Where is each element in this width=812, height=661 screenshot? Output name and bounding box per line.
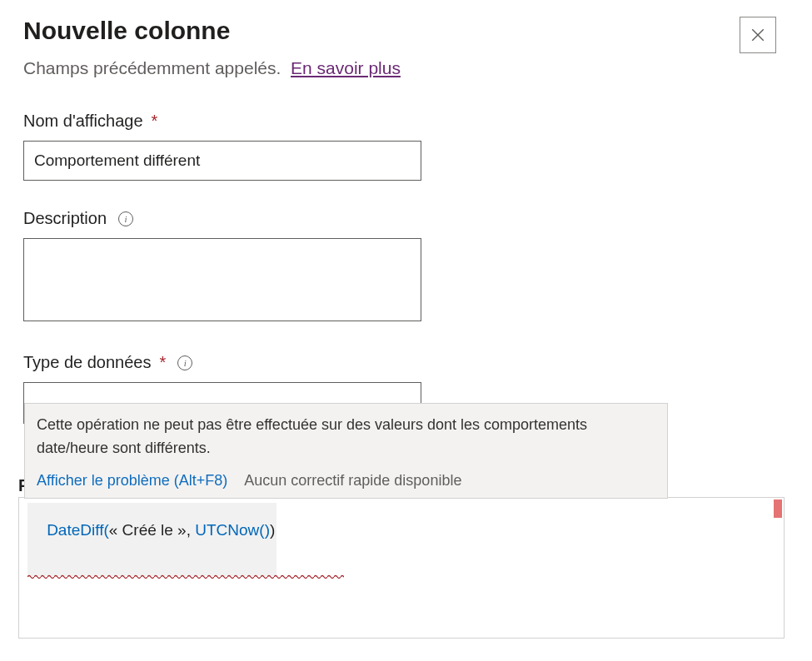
display-name-label-text: Nom d'affichage xyxy=(23,112,143,131)
formula-sep: , xyxy=(187,521,196,539)
formula-editor[interactable]: DateDiff(« Créé le », UTCNow()) xyxy=(18,497,785,639)
show-problem-link[interactable]: Afficher le problème (Alt+F8) xyxy=(37,472,227,490)
formula-arg1: « Créé le » xyxy=(109,521,187,539)
panel-subtitle: Champs précédemment appelés. En savoir p… xyxy=(23,58,776,78)
data-type-label-text: Type de données xyxy=(23,353,151,372)
close-button[interactable] xyxy=(740,17,776,53)
error-squiggle xyxy=(27,574,344,579)
formula-content: DateDiff(« Créé le », UTCNow()) xyxy=(27,503,276,576)
info-icon[interactable]: i xyxy=(118,211,133,226)
required-asterisk: * xyxy=(152,112,158,131)
required-asterisk: * xyxy=(159,353,166,372)
description-label-text: Description xyxy=(23,209,107,228)
error-message: Cette opération ne peut pas être effectu… xyxy=(37,414,655,460)
display-name-input[interactable] xyxy=(23,141,421,181)
subtitle-text: Champs précédemment appelés. xyxy=(23,58,281,77)
close-icon xyxy=(750,27,765,42)
minimap-error-marker[interactable] xyxy=(774,499,782,518)
no-quickfix-hint: Aucun correctif rapide disponible xyxy=(244,472,461,490)
formula-fn2: UTCNow() xyxy=(195,521,270,539)
formula-close: ) xyxy=(270,521,275,539)
panel-title: Nouvelle colonne xyxy=(23,17,230,45)
info-icon[interactable]: i xyxy=(177,355,192,370)
description-label: Description i xyxy=(23,209,776,228)
formula-fn: DateDiff( xyxy=(47,521,109,539)
error-tooltip: Cette opération ne peut pas être effectu… xyxy=(24,403,668,499)
description-input[interactable] xyxy=(23,238,421,321)
display-name-label: Nom d'affichage* xyxy=(23,112,776,131)
data-type-label: Type de données* i xyxy=(23,353,776,372)
panel-divider xyxy=(802,0,812,661)
learn-more-link[interactable]: En savoir plus xyxy=(291,58,401,77)
